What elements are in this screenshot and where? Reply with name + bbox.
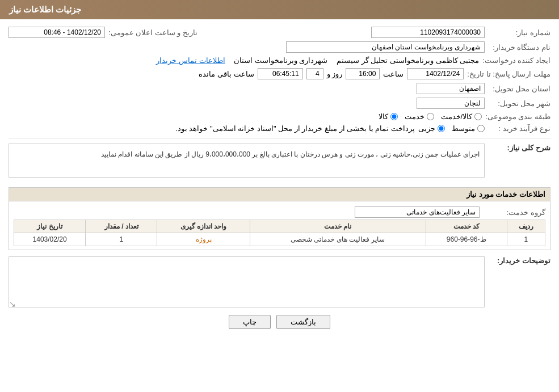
city-value: لنجان: [417, 98, 485, 109]
col-qty: تعداد / مقدار: [86, 220, 157, 233]
category-khedmat-label: خدمت: [405, 112, 424, 121]
process-jozyi-radio[interactable]: [438, 125, 445, 132]
services-section-title: اطلاعات خدمات مورد نیاز: [466, 190, 545, 199]
row-city: شهر محل تحویل: لنجان: [9, 96, 550, 111]
service-group-value: سایر فعالیت‌های خدماتی: [355, 206, 480, 218]
category-kala-radio[interactable]: [390, 113, 398, 120]
category-kala-khedmat-radio[interactable]: [474, 113, 482, 120]
services-section-header: اطلاعات خدمات مورد نیاز: [9, 188, 550, 201]
need-number-value: 1102093174000030: [371, 27, 485, 38]
deadline-time: 16:00: [346, 68, 380, 79]
category-khedmat-radio[interactable]: [427, 113, 434, 120]
category-radio-group: کالا/خدمت خدمت کالا: [379, 112, 482, 121]
category-label: طبقه بندی موضوعی:: [485, 112, 550, 121]
main-content: شماره نیاز: 1102093174000030 تاریخ و ساع…: [0, 19, 559, 340]
province-label: استان محل تحویل:: [488, 85, 550, 93]
services-table: ردیف کد خدمت نام خدمت واحد اندازه گیری ت…: [14, 220, 545, 246]
creator-label: ایجاد کننده درخواست:: [482, 56, 550, 65]
cell-date: 1403/02/20: [14, 233, 86, 246]
buttons-row: بازگشت چاپ: [9, 315, 550, 329]
services-section-content: گروه خدمت: سایر فعالیت‌های خدماتی ردیف ک…: [9, 201, 550, 250]
col-name: نام خدمت: [250, 220, 426, 233]
cell-row: 1: [507, 233, 545, 246]
process-jozyi-option[interactable]: جزیی: [418, 124, 445, 133]
announce-datetime-value: 1402/12/20 - 08:46: [9, 27, 105, 38]
row-process: نوع فرآیند خرید : متوسط جزیی پرداخت تمام…: [9, 123, 550, 134]
need-desc-label: شرح کلی نیاز:: [488, 144, 550, 152]
page-title: جزئیات اطلاعات نیاز: [9, 5, 81, 14]
need-desc-text: اجرای عملیات چمن زنی،حاشیه زنی ، مورت زن…: [101, 150, 480, 158]
deadline-remaining: 06:45:11: [258, 68, 303, 79]
process-motavaset-option[interactable]: متوسط: [452, 124, 485, 133]
page-header: جزئیات اطلاعات نیاز: [0, 0, 559, 19]
city-label: شهر محل تحویل:: [488, 99, 550, 108]
separator-1: [9, 138, 550, 138]
service-group-label: گروه خدمت:: [483, 208, 545, 217]
category-kala-khedmat-option[interactable]: کالا/خدمت: [441, 112, 482, 121]
row-creator: ایجاد کننده درخواست: مجتبی کاظمی وبرنامخ…: [9, 54, 550, 66]
col-date: تاریخ نیاز: [14, 220, 86, 233]
buyer-org-label: نام دستگاه خریدار:: [488, 43, 550, 52]
row-deadline: مهلت ارسال پاسخ: تا تاریخ: 1402/12/24 سا…: [9, 66, 550, 81]
cell-qty: 1: [86, 233, 157, 246]
row-need-number: شماره نیاز: 1102093174000030 تاریخ و ساع…: [9, 25, 550, 40]
announce-datetime-label: تاریخ و ساعت اعلان عمومی:: [108, 28, 197, 37]
print-button[interactable]: چاپ: [229, 315, 271, 329]
col-unit: واحد اندازه گیری: [157, 220, 250, 233]
cell-code: ط-96-96-960: [426, 233, 507, 246]
creator-name: مجتبی کاظمی وبرنامخواستی تحلیل گر سیستم: [337, 56, 479, 65]
deadline-remaining-label: ساعت باقی مانده: [199, 70, 254, 78]
deadline-label: مهلت ارسال پاسخ: تا تاریخ:: [467, 70, 550, 78]
deadline-days: 4: [306, 68, 323, 79]
deadline-day-label: روز و: [327, 70, 343, 78]
category-kala-khedmat-label: کالا/خدمت: [441, 112, 473, 121]
need-desc-value: اجرای عملیات چمن زنی،حاشیه زنی ، مورت زن…: [9, 144, 485, 178]
resize-handle-icon: ↘: [10, 300, 16, 306]
category-kala-option[interactable]: کالا: [379, 112, 398, 121]
services-section: اطلاعات خدمات مورد نیاز گروه خدمت: سایر …: [9, 187, 550, 250]
cell-name: سایر فعالیت های خدماتی شخصی: [250, 233, 426, 246]
back-button[interactable]: بازگشت: [276, 315, 330, 329]
buyer-desc-inner: [11, 259, 482, 305]
buyer-desc-label: توضیحات خریدار:: [488, 256, 550, 265]
row-province: استان محل تحویل: اصفهان: [9, 81, 550, 96]
row-buyer-desc: توضیحات خریدار: ↘: [9, 255, 550, 309]
buyer-desc-box: ↘: [9, 256, 485, 307]
col-row: ردیف: [507, 220, 545, 233]
row-buyer-org: نام دستگاه خریدار: شهرداری وبرنامخواست ا…: [9, 40, 550, 54]
cell-unit: پروژه: [157, 233, 250, 246]
process-label: نوع فرآیند خرید :: [488, 124, 550, 133]
deadline-time-label: ساعت: [383, 70, 404, 78]
table-row: 1 ط-96-96-960 سایر فعالیت های خدماتی شخص…: [14, 233, 545, 246]
creator-contact-link[interactable]: اطلاعات تماس خریدار: [156, 56, 225, 65]
process-motavaset-radio[interactable]: [477, 125, 485, 132]
creator-org: شهرداری وبرنامخواست استان: [234, 56, 327, 65]
need-number-label: شماره نیاز:: [488, 28, 550, 37]
row-category: طبقه بندی موضوعی: کالا/خدمت خدمت کالا: [9, 111, 550, 123]
process-jozyi-label: جزیی: [418, 124, 435, 133]
process-desc: پرداخت تمام یا بخشی از مبلغ خریدار از مح…: [175, 124, 415, 133]
process-radio-group: متوسط جزیی: [418, 124, 485, 133]
province-value: اصفهان: [417, 83, 485, 94]
col-code: کد خدمت: [426, 220, 507, 233]
buyer-org-value: شهرداری وبرنامخواست استان اصفهان: [286, 41, 485, 53]
category-khedmat-option[interactable]: خدمت: [405, 112, 434, 121]
row-need-desc: شرح کلی نیاز: اجرای عملیات چمن زنی،حاشیه…: [9, 142, 550, 183]
row-service-group: گروه خدمت: سایر فعالیت‌های خدماتی: [14, 205, 545, 220]
page-wrapper: جزئیات اطلاعات نیاز شماره نیاز: 11020931…: [0, 0, 559, 392]
process-motavaset-label: متوسط: [452, 124, 475, 133]
category-kala-label: کالا: [379, 112, 388, 121]
deadline-date: 1402/12/24: [407, 68, 464, 79]
